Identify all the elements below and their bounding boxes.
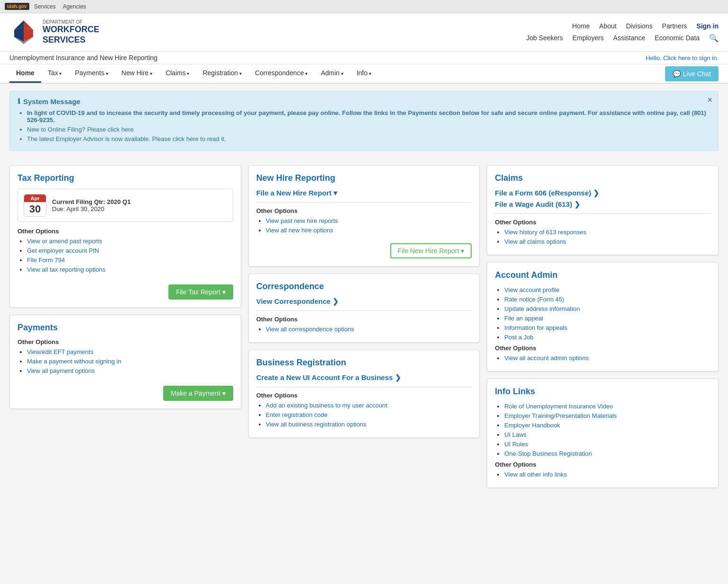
list-item: File Form 794: [27, 256, 233, 264]
view-past-new-hire-link[interactable]: View past new hire reports: [266, 217, 338, 224]
correspondence-options-list: View all correspondence options: [256, 325, 472, 333]
employer-training-link[interactable]: Employer Training/Presentation Materials: [504, 412, 617, 419]
new-hire-options-list: View past new hire reports View all new …: [256, 217, 472, 234]
claims-card: Claims File a Form 606 (eResponse) ❯ Fil…: [487, 165, 719, 255]
file-tax-report-button[interactable]: File Tax Report ▾: [168, 284, 233, 300]
list-item: Information for appeals: [504, 324, 710, 331]
employer-pin-link[interactable]: Get employer account PIN: [27, 247, 99, 254]
sub-header: Unemployment Insurance and New Hire Repo…: [0, 52, 728, 64]
nav-registration[interactable]: Registration: [196, 64, 248, 83]
close-system-message-button[interactable]: ×: [707, 95, 712, 105]
list-item: View all correspondence options: [266, 325, 472, 333]
one-stop-business-link[interactable]: One-Stop Business Registration: [504, 450, 592, 457]
file-form-606-link[interactable]: File a Form 606 (eResponse) ❯: [495, 189, 710, 197]
correspondence-card: Correspondence View Correspondence ❯ Oth…: [248, 274, 480, 343]
create-new-ui-account-link[interactable]: Create a New UI Account For a Business ❯: [256, 373, 472, 382]
filing-date-widget: Apr 30 Current Filing Qtr: 2020 Q1 Due: …: [18, 189, 233, 222]
system-message-item-2: New to Online Filing? Please click here: [27, 126, 710, 133]
nav-info[interactable]: Info: [350, 64, 378, 83]
all-business-reg-options-link[interactable]: View all business registration options: [266, 421, 367, 428]
info-links-title: Info Links: [495, 387, 710, 397]
list-item: View all payment options: [27, 367, 233, 374]
info-links-other-options-list: View all other info links: [495, 470, 710, 478]
sign-in-prompt-link[interactable]: Hello. Click here to sign in.: [646, 54, 719, 62]
nav-claims[interactable]: Claims: [159, 64, 196, 83]
list-item: View or amend past reports: [27, 237, 233, 245]
enter-registration-code-link[interactable]: Enter registration code: [266, 411, 328, 418]
nav-correspondence[interactable]: Correspondence: [248, 64, 314, 83]
rate-notice-link[interactable]: Rate notice (Form 45): [504, 296, 564, 303]
ui-video-link[interactable]: Role of Unemployment Insurance Video: [504, 403, 613, 410]
list-item: View/edit EFT payments: [27, 348, 233, 355]
all-account-admin-options-link[interactable]: View all account admin options: [504, 354, 588, 362]
all-new-hire-options-link[interactable]: View all new hire options: [266, 227, 333, 234]
post-job-link[interactable]: Post a Job: [504, 334, 533, 341]
info-appeals-link[interactable]: Information for appeals: [504, 324, 567, 331]
view-613-history-link[interactable]: View history of 613 responses: [504, 229, 586, 236]
all-claims-options-link[interactable]: View all claims options: [504, 238, 566, 245]
list-item: View all tax reporting options: [27, 265, 233, 273]
all-payment-options-link[interactable]: View all payment options: [27, 367, 95, 374]
all-tax-options-link[interactable]: View all tax reporting options: [27, 266, 105, 273]
update-address-link[interactable]: Update address information: [504, 305, 580, 312]
account-admin-other-options-label: Other Options: [495, 345, 710, 352]
job-seekers-link[interactable]: Job Seekers: [526, 34, 563, 42]
home-header-link[interactable]: Home: [572, 22, 589, 30]
business-registration-divider: [256, 387, 472, 387]
info-links-options-list: Role of Unemployment Insurance Video Emp…: [495, 402, 710, 457]
list-item: View all new hire options: [266, 226, 472, 234]
add-existing-business-link[interactable]: Add an existing business to my user acco…: [266, 402, 387, 409]
business-registration-other-options-label: Other Options: [256, 392, 472, 399]
file-new-hire-report-button[interactable]: File New Hire Report ▾: [390, 243, 472, 258]
info-links-card: Info Links Role of Unemployment Insuranc…: [487, 379, 719, 488]
nav-new-hire[interactable]: New Hire: [115, 64, 159, 83]
all-correspondence-options-link[interactable]: View all correspondence options: [266, 326, 354, 333]
info-links-other-options-label: Other Options: [495, 461, 710, 468]
system-message-item-3: The latest Employer Advisor is now avail…: [27, 135, 710, 142]
economic-data-link[interactable]: Economic Data: [655, 34, 700, 42]
ui-laws-link[interactable]: UI Laws: [504, 431, 526, 438]
nav-admin[interactable]: Admin: [314, 64, 350, 83]
file-new-hire-report-main-link[interactable]: File a New Hire Report ▾: [256, 189, 472, 197]
business-registration-options-list: Add an existing business to my user acco…: [256, 401, 472, 428]
list-item: UI Laws: [504, 431, 710, 438]
due-date: Due: April 30, 2020: [52, 205, 131, 212]
make-payment-button[interactable]: Make a Payment ▾: [163, 386, 233, 401]
ui-rules-link[interactable]: UI Rules: [504, 441, 528, 448]
search-icon[interactable]: 🔍: [709, 34, 719, 43]
right-column: Claims File a Form 606 (eResponse) ❯ Fil…: [487, 165, 719, 488]
calendar-month: Apr: [24, 195, 46, 202]
services-link[interactable]: Services: [34, 3, 56, 10]
agencies-link[interactable]: Agencies: [63, 3, 86, 10]
partners-header-link[interactable]: Partners: [662, 22, 687, 30]
employers-link[interactable]: Employers: [572, 34, 604, 42]
nav-home[interactable]: Home: [9, 64, 41, 83]
list-item: View all other info links: [504, 470, 710, 478]
all-info-links-link[interactable]: View all other info links: [504, 471, 567, 478]
logo-area: DEPARTMENT OF WORKFORCESERVICES: [9, 18, 99, 46]
form-794-link[interactable]: File Form 794: [27, 257, 65, 264]
signin-header-link[interactable]: Sign in: [696, 22, 719, 30]
view-amend-link[interactable]: View or amend past reports: [27, 238, 102, 245]
list-item: View account profile: [504, 286, 710, 293]
live-chat-button[interactable]: 💬 Live Chat: [665, 66, 719, 81]
account-admin-options-list: View account profile Rate notice (Form 4…: [495, 286, 710, 341]
utah-logo[interactable]: utah.gov: [5, 3, 29, 10]
view-account-profile-link[interactable]: View account profile: [504, 286, 559, 293]
view-correspondence-link[interactable]: View Correspondence ❯: [256, 297, 472, 306]
employer-handbook-link[interactable]: Employer Handbook: [504, 422, 560, 429]
nav-tax[interactable]: Tax: [41, 64, 69, 83]
assistance-link[interactable]: Assistance: [613, 34, 645, 42]
current-qtr: Current Filing Qtr: 2020 Q1: [52, 198, 131, 205]
file-wage-audit-link[interactable]: File a Wage Audit (613) ❯: [495, 200, 710, 209]
payment-no-signin-link[interactable]: Make a payment without signing in: [27, 358, 121, 365]
eft-payments-link[interactable]: View/edit EFT payments: [27, 348, 93, 355]
main-content: Tax Reporting Apr 30 Current Filing Qtr:…: [0, 158, 728, 495]
claims-other-options-label: Other Options: [495, 219, 710, 226]
tax-reporting-card: Tax Reporting Apr 30 Current Filing Qtr:…: [9, 165, 241, 308]
sub-header-title: Unemployment Insurance and New Hire Repo…: [9, 54, 158, 62]
file-appeal-link[interactable]: File an appeal: [504, 315, 543, 322]
divisions-header-link[interactable]: Divisions: [626, 22, 652, 30]
nav-payments[interactable]: Payments: [68, 64, 114, 83]
about-header-link[interactable]: About: [599, 22, 617, 30]
